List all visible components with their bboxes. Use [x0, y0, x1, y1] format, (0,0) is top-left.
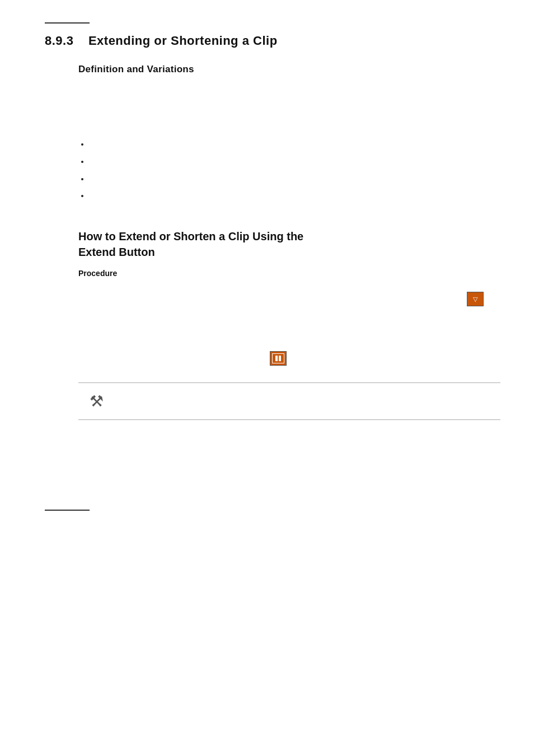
section-heading: 8.9.3 Extending or Shortening a Clip [45, 34, 500, 48]
procedure-heading: How to Extend or Shorten a Clip Using th… [78, 228, 500, 260]
note-box: ⚒ [78, 382, 500, 420]
section-number: 8.9.3 [45, 34, 73, 48]
step-2-group [78, 351, 500, 366]
spacer-4 [78, 437, 500, 470]
list-item [90, 136, 500, 153]
top-rule [45, 22, 90, 24]
extend-icon-button [467, 292, 484, 306]
timeline-icon-inner [272, 353, 284, 363]
bullet-list [78, 136, 500, 204]
spacer-2 [78, 119, 500, 136]
bottom-rule [45, 510, 90, 511]
timeline-icon-row [56, 351, 500, 366]
bar-1 [275, 356, 278, 361]
timeline-icon-button [270, 351, 287, 366]
note-icon: ⚒ [90, 392, 110, 410]
procedure-label: Procedure [78, 269, 500, 278]
spacer-5 [78, 470, 500, 487]
bar-2 [279, 356, 281, 361]
procedure-heading-line2: Extend Button [78, 246, 155, 258]
procedure-heading-line1: How to Extend or Shorten a Clip Using th… [78, 230, 303, 242]
spacer-3 [78, 220, 500, 228]
list-item [90, 187, 500, 204]
list-item [90, 153, 500, 170]
page-container: 8.9.3 Extending or Shortening a Clip Def… [0, 0, 534, 533]
definition-heading: Definition and Variations [78, 64, 500, 75]
spacer-1 [78, 85, 500, 119]
content-block: Definition and Variations How to Extend … [78, 64, 500, 487]
section-title: Extending or Shortening a Clip [88, 34, 278, 48]
list-item [90, 170, 500, 188]
step-1-group [78, 289, 500, 306]
extend-button-icon [467, 292, 484, 306]
